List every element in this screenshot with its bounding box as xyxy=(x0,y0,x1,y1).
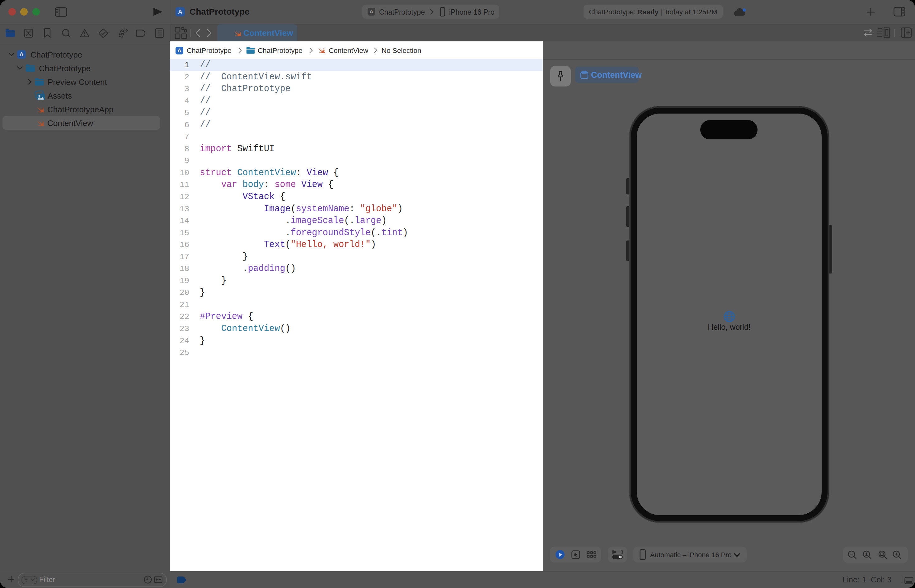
svg-text:1: 1 xyxy=(865,552,868,557)
